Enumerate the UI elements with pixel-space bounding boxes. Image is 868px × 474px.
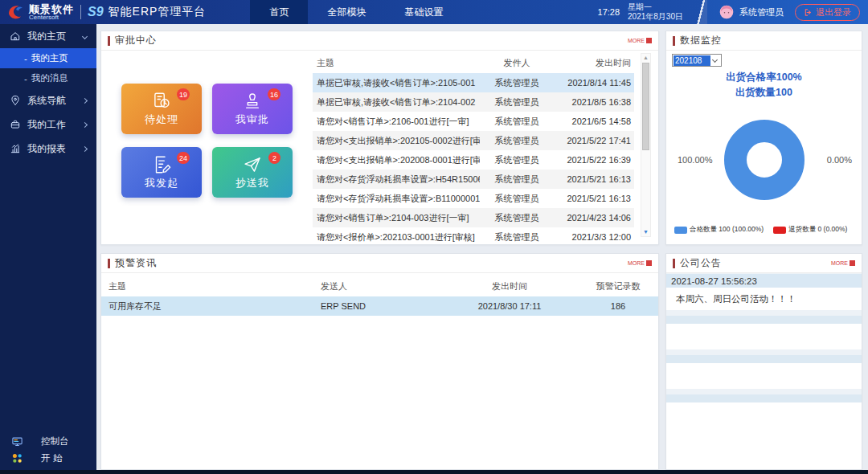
announcement-content <box>666 363 862 389</box>
table-row[interactable]: 请您对<支出报销单>:202008-0001进行[审核]系统管理员2021/5/… <box>313 150 634 170</box>
table-row[interactable]: 请您对<支出报销单>:202105-0002进行[审核]系统管理员2021/5/… <box>313 131 634 150</box>
approval-table-scrollbar[interactable]: ▲ ▼ <box>641 53 651 237</box>
announcement-date <box>666 355 862 363</box>
alerts-panel-title: 预警资讯 <box>115 256 157 270</box>
username: 系统管理员 <box>739 6 784 18</box>
monitor-panel-header: 数据监控 <box>666 31 862 51</box>
monitor-summary: 出货合格率100% 出货数量100 <box>666 70 862 101</box>
approval-more-link[interactable]: MORE <box>628 38 652 43</box>
cell-sender: 系统管理员 <box>480 96 554 108</box>
start-icon <box>11 452 23 464</box>
pending-doc-icon <box>151 91 172 112</box>
logo-text: 顺景软件 Centersoft <box>29 4 74 21</box>
cell-subject: 请您对<存货浮动耗损率设置>:H54R15006002进行[审核] <box>313 174 480 186</box>
tile-badge: 19 <box>177 88 190 100</box>
bottom-taskbar <box>0 470 868 474</box>
logo-name-en: Centersoft <box>29 14 74 21</box>
tile-badge: 24 <box>177 152 190 164</box>
approval-tile[interactable]: 抄送我2 <box>212 147 293 198</box>
legend-swatch <box>773 227 786 234</box>
logout-button[interactable]: 退出登录 <box>795 4 860 21</box>
alerts-table-rows: 可用库存不足ERP SEND2021/8/30 17:11186 <box>101 296 658 316</box>
column-header: 预警记录数 <box>578 280 658 292</box>
title-accent-bar <box>673 36 675 46</box>
table-row[interactable]: 请您对<销售订单>:2106-001进行[一审]系统管理员2021/6/5 14… <box>313 112 634 131</box>
table-row[interactable]: 单据已审核,请接收<销售订单>:2105-001系统管理员2021/8/14 1… <box>313 73 634 92</box>
cell-time: 2021/5/22 16:39 <box>554 155 634 165</box>
sidebar-subitem[interactable]: -我的主页 <box>0 48 96 68</box>
cell-sender: 系统管理员 <box>480 231 554 243</box>
period-dropdown[interactable]: 202108 <box>672 54 722 67</box>
sidebar-item[interactable]: 我的报表 <box>0 137 96 161</box>
announcements-panel-body: 2021-08-27 15:56:23本周六、周日公司活动！！！ <box>666 273 862 468</box>
sidebar-subitem[interactable]: -我的消息 <box>0 68 96 88</box>
cell-sender: 系统管理员 <box>480 193 554 205</box>
donut-left-label: 100.00% <box>678 155 712 165</box>
cell-subject: 请您对<支出报销单>:202105-0002进行[审核] <box>313 135 480 147</box>
announcement-date <box>666 316 862 324</box>
approval-center-panel: 审批中心 MORE 待处理19我审批16我发起24抄送我2 主题发件人发出时间 … <box>100 31 659 245</box>
sidebar-item[interactable]: 我的主页 <box>0 24 96 48</box>
approval-tile[interactable]: 我发起24 <box>121 147 202 198</box>
table-row[interactable]: 单据已审核,请接收<销售订单>:2104-002系统管理员2021/8/5 16… <box>313 92 634 112</box>
date-block: 星期一 2021年8月30日 <box>628 2 683 22</box>
header-diagonal-divider <box>694 0 707 24</box>
approval-tile[interactable]: 待处理19 <box>121 84 202 134</box>
more-square-icon <box>646 38 652 43</box>
legend-label: 合格数量 100 (100.00%) <box>690 225 764 235</box>
chevron-right-icon <box>82 97 88 103</box>
announcement-item-empty <box>666 316 862 349</box>
sidebar-item[interactable]: 系统导航 <box>0 88 96 112</box>
column-header: 主题 <box>313 57 480 69</box>
cell-sender: 系统管理员 <box>480 154 554 166</box>
tile-label: 我审批 <box>235 112 269 127</box>
company-logo-icon <box>6 2 26 22</box>
more-square-icon <box>646 260 652 266</box>
home-icon <box>10 31 21 42</box>
announcement-item-empty <box>666 394 862 468</box>
scroll-down-icon[interactable]: ▼ <box>641 228 650 236</box>
sidebar-footer-item[interactable]: 开 始 <box>0 450 96 467</box>
sidebar-item[interactable]: 我的工作 <box>0 112 96 137</box>
logout-icon <box>804 8 813 17</box>
alerts-panel: 预警资讯 MORE 主题发送人发出时间预警记录数 可用库存不足ERP SEND2… <box>100 253 659 470</box>
monitor-panel-title: 数据监控 <box>680 34 722 47</box>
cell-time: 2021/8/30 17:11 <box>441 301 578 311</box>
chevron-down-icon <box>712 56 718 62</box>
alerts-more-link[interactable]: MORE <box>628 260 652 266</box>
table-row[interactable]: 请您对<报价单>:202103-0001进行[审核]系统管理员2021/3/3 … <box>313 227 634 247</box>
announcement-content <box>666 324 862 349</box>
announcements-panel-title: 公司公告 <box>680 256 722 270</box>
announcement-item[interactable]: 2021-08-27 15:56:23本周六、周日公司活动！！！ <box>666 274 862 310</box>
announcement-item-empty <box>666 355 862 389</box>
table-row[interactable]: 请您对<存货浮动耗损率设置>:B11000001进行[审核]系统管理员2021/… <box>313 189 634 208</box>
announcements-more-link[interactable]: MORE <box>831 260 855 266</box>
alerts-panel-header: 预警资讯 MORE <box>101 254 658 273</box>
chart-legend: 合格数量 100 (100.00%)退货数量 0 (0.00%) <box>674 225 847 235</box>
legend-swatch <box>674 227 687 234</box>
table-row[interactable]: 请您对<存货浮动耗损率设置>:H54R15006002进行[审核]系统管理员20… <box>313 170 634 189</box>
product-logo: S9 <box>88 5 104 19</box>
erp-home-screen: 顺景软件 Centersoft S9 智能ERP管理平台 首页全部模块基础设置 … <box>0 0 868 474</box>
app-title: 智能ERP管理平台 <box>108 5 207 19</box>
clock: 17:28 <box>598 7 620 17</box>
weekday: 星期一 <box>628 2 683 13</box>
nav-tab[interactable]: 首页 <box>250 0 308 24</box>
approval-tile[interactable]: 我审批16 <box>212 84 293 134</box>
cell-time: 2021/4/23 14:06 <box>554 213 634 223</box>
sidebar-subitem-label: 我的消息 <box>31 72 68 84</box>
scroll-up-icon[interactable]: ▲ <box>641 54 650 62</box>
nav-tab[interactable]: 基础设置 <box>385 0 462 24</box>
bullet-dash: - <box>24 54 27 63</box>
cell-subject: 请您对<报价单>:202103-0001进行[审核] <box>313 231 480 243</box>
sidebar-footer-item[interactable]: 控制台 <box>0 433 96 450</box>
chevron-right-icon <box>82 121 88 127</box>
nav-tab[interactable]: 全部模块 <box>308 0 385 24</box>
scrollbar-thumb[interactable] <box>642 63 649 150</box>
tile-label: 我发起 <box>145 176 178 190</box>
approval-table-header: 主题发件人发出时间 <box>313 53 634 73</box>
alert-row[interactable]: 可用库存不足ERP SEND2021/8/30 17:11186 <box>101 296 658 316</box>
bullet-dash: - <box>24 74 27 84</box>
table-row[interactable]: 请您对<销售订单>:2104-003进行[一审]系统管理员2021/4/23 1… <box>313 208 634 227</box>
title-accent-bar <box>673 259 675 268</box>
